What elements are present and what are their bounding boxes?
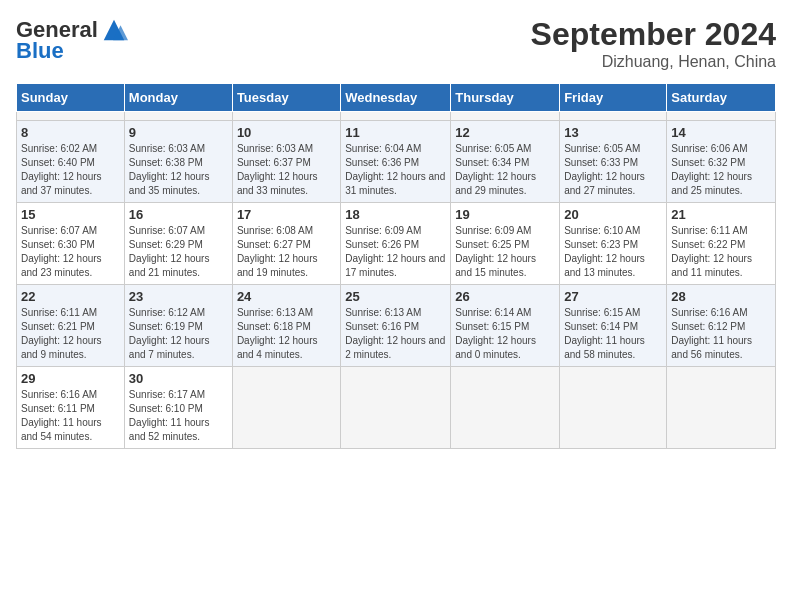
cell-sunrise: Sunrise: 6:04 AM <box>345 143 421 154</box>
cell-daylight: Daylight: 12 hours and 31 minutes. <box>345 171 445 196</box>
cell-day-number: 27 <box>564 289 662 304</box>
calendar-cell: 8 Sunrise: 6:02 AM Sunset: 6:40 PM Dayli… <box>17 121 125 203</box>
cell-daylight: Daylight: 12 hours and 29 minutes. <box>455 171 536 196</box>
cell-sunrise: Sunrise: 6:03 AM <box>237 143 313 154</box>
page-header: General Blue September 2024 Dizhuang, He… <box>16 16 776 71</box>
cell-daylight: Daylight: 12 hours and 13 minutes. <box>564 253 645 278</box>
cell-daylight: Daylight: 12 hours and 37 minutes. <box>21 171 102 196</box>
cell-sunset: Sunset: 6:22 PM <box>671 239 745 250</box>
cell-day-number: 20 <box>564 207 662 222</box>
calendar-cell: 11 Sunrise: 6:04 AM Sunset: 6:36 PM Dayl… <box>341 121 451 203</box>
cell-day-number: 10 <box>237 125 336 140</box>
cell-sunset: Sunset: 6:32 PM <box>671 157 745 168</box>
calendar-week-row: 8 Sunrise: 6:02 AM Sunset: 6:40 PM Dayli… <box>17 121 776 203</box>
calendar-cell: 10 Sunrise: 6:03 AM Sunset: 6:37 PM Dayl… <box>232 121 340 203</box>
calendar-cell: 24 Sunrise: 6:13 AM Sunset: 6:18 PM Dayl… <box>232 285 340 367</box>
cell-day-number: 9 <box>129 125 228 140</box>
calendar-cell <box>124 112 232 121</box>
calendar-cell <box>451 112 560 121</box>
cell-sunset: Sunset: 6:37 PM <box>237 157 311 168</box>
calendar-table: SundayMondayTuesdayWednesdayThursdayFrid… <box>16 83 776 449</box>
cell-day-number: 29 <box>21 371 120 386</box>
cell-day-number: 16 <box>129 207 228 222</box>
calendar-cell <box>232 112 340 121</box>
cell-day-number: 8 <box>21 125 120 140</box>
page-title: September 2024 <box>531 16 776 53</box>
calendar-cell: 21 Sunrise: 6:11 AM Sunset: 6:22 PM Dayl… <box>667 203 776 285</box>
cell-daylight: Daylight: 11 hours and 52 minutes. <box>129 417 210 442</box>
calendar-cell: 27 Sunrise: 6:15 AM Sunset: 6:14 PM Dayl… <box>560 285 667 367</box>
calendar-cell: 23 Sunrise: 6:12 AM Sunset: 6:19 PM Dayl… <box>124 285 232 367</box>
calendar-cell: 25 Sunrise: 6:13 AM Sunset: 6:16 PM Dayl… <box>341 285 451 367</box>
cell-sunset: Sunset: 6:18 PM <box>237 321 311 332</box>
calendar-cell: 22 Sunrise: 6:11 AM Sunset: 6:21 PM Dayl… <box>17 285 125 367</box>
cell-daylight: Daylight: 12 hours and 27 minutes. <box>564 171 645 196</box>
cell-day-number: 12 <box>455 125 555 140</box>
cell-sunset: Sunset: 6:33 PM <box>564 157 638 168</box>
cell-sunset: Sunset: 6:21 PM <box>21 321 95 332</box>
cell-day-number: 28 <box>671 289 771 304</box>
day-header-wednesday: Wednesday <box>341 84 451 112</box>
cell-day-number: 26 <box>455 289 555 304</box>
cell-day-number: 21 <box>671 207 771 222</box>
cell-sunset: Sunset: 6:26 PM <box>345 239 419 250</box>
calendar-cell: 20 Sunrise: 6:10 AM Sunset: 6:23 PM Dayl… <box>560 203 667 285</box>
day-header-tuesday: Tuesday <box>232 84 340 112</box>
calendar-cell: 18 Sunrise: 6:09 AM Sunset: 6:26 PM Dayl… <box>341 203 451 285</box>
cell-sunrise: Sunrise: 6:06 AM <box>671 143 747 154</box>
cell-day-number: 13 <box>564 125 662 140</box>
cell-day-number: 15 <box>21 207 120 222</box>
day-header-saturday: Saturday <box>667 84 776 112</box>
day-header-thursday: Thursday <box>451 84 560 112</box>
calendar-cell: 12 Sunrise: 6:05 AM Sunset: 6:34 PM Dayl… <box>451 121 560 203</box>
cell-sunrise: Sunrise: 6:15 AM <box>564 307 640 318</box>
calendar-cell: 14 Sunrise: 6:06 AM Sunset: 6:32 PM Dayl… <box>667 121 776 203</box>
cell-day-number: 18 <box>345 207 446 222</box>
cell-sunset: Sunset: 6:40 PM <box>21 157 95 168</box>
cell-sunset: Sunset: 6:16 PM <box>345 321 419 332</box>
calendar-cell <box>560 367 667 449</box>
cell-sunrise: Sunrise: 6:13 AM <box>237 307 313 318</box>
cell-daylight: Daylight: 12 hours and 35 minutes. <box>129 171 210 196</box>
cell-sunrise: Sunrise: 6:13 AM <box>345 307 421 318</box>
cell-daylight: Daylight: 11 hours and 58 minutes. <box>564 335 645 360</box>
cell-sunset: Sunset: 6:34 PM <box>455 157 529 168</box>
cell-sunset: Sunset: 6:27 PM <box>237 239 311 250</box>
cell-day-number: 23 <box>129 289 228 304</box>
cell-sunrise: Sunrise: 6:08 AM <box>237 225 313 236</box>
calendar-cell: 9 Sunrise: 6:03 AM Sunset: 6:38 PM Dayli… <box>124 121 232 203</box>
cell-day-number: 19 <box>455 207 555 222</box>
cell-sunset: Sunset: 6:29 PM <box>129 239 203 250</box>
cell-sunrise: Sunrise: 6:09 AM <box>345 225 421 236</box>
calendar-cell: 19 Sunrise: 6:09 AM Sunset: 6:25 PM Dayl… <box>451 203 560 285</box>
cell-sunset: Sunset: 6:12 PM <box>671 321 745 332</box>
cell-day-number: 14 <box>671 125 771 140</box>
cell-daylight: Daylight: 12 hours and 25 minutes. <box>671 171 752 196</box>
cell-sunset: Sunset: 6:15 PM <box>455 321 529 332</box>
cell-sunset: Sunset: 6:36 PM <box>345 157 419 168</box>
cell-daylight: Daylight: 12 hours and 2 minutes. <box>345 335 445 360</box>
calendar-cell <box>232 367 340 449</box>
calendar-cell <box>560 112 667 121</box>
cell-daylight: Daylight: 12 hours and 19 minutes. <box>237 253 318 278</box>
cell-sunrise: Sunrise: 6:02 AM <box>21 143 97 154</box>
cell-daylight: Daylight: 11 hours and 56 minutes. <box>671 335 752 360</box>
cell-day-number: 22 <box>21 289 120 304</box>
cell-sunset: Sunset: 6:11 PM <box>21 403 95 414</box>
cell-sunset: Sunset: 6:38 PM <box>129 157 203 168</box>
cell-sunrise: Sunrise: 6:11 AM <box>671 225 747 236</box>
day-header-monday: Monday <box>124 84 232 112</box>
cell-sunset: Sunset: 6:23 PM <box>564 239 638 250</box>
day-header-friday: Friday <box>560 84 667 112</box>
cell-daylight: Daylight: 12 hours and 15 minutes. <box>455 253 536 278</box>
calendar-cell <box>667 367 776 449</box>
calendar-cell: 16 Sunrise: 6:07 AM Sunset: 6:29 PM Dayl… <box>124 203 232 285</box>
calendar-cell: 30 Sunrise: 6:17 AM Sunset: 6:10 PM Dayl… <box>124 367 232 449</box>
calendar-cell <box>341 112 451 121</box>
cell-daylight: Daylight: 12 hours and 33 minutes. <box>237 171 318 196</box>
cell-day-number: 25 <box>345 289 446 304</box>
cell-sunrise: Sunrise: 6:10 AM <box>564 225 640 236</box>
cell-daylight: Daylight: 12 hours and 17 minutes. <box>345 253 445 278</box>
calendar-cell <box>667 112 776 121</box>
cell-sunrise: Sunrise: 6:05 AM <box>564 143 640 154</box>
